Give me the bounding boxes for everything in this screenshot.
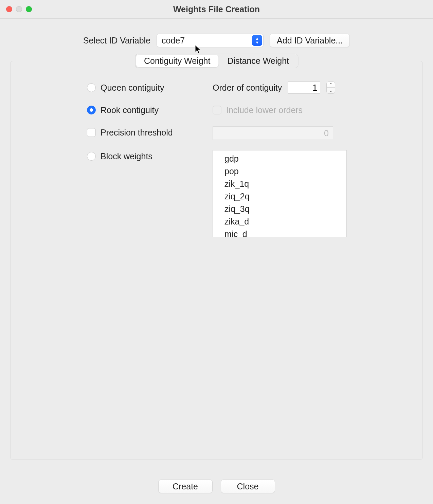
queen-label: Queen contiguity	[101, 83, 164, 93]
radio-selected-icon	[87, 106, 96, 114]
tab-distance[interactable]: Distance Weight	[219, 55, 297, 67]
id-variable-label: Select ID Variable	[83, 36, 150, 46]
close-window-icon[interactable]	[6, 6, 12, 12]
rook-contiguity-option[interactable]: Rook contiguity	[87, 104, 209, 116]
checkbox-icon	[213, 106, 221, 114]
queen-contiguity-option[interactable]: Queen contiguity	[87, 82, 209, 94]
block-weights-option[interactable]: Block weights	[87, 150, 209, 162]
list-item[interactable]: ziq_3q	[213, 203, 346, 215]
order-of-contiguity-row: Order of contiguity ⌃ ⌄	[213, 82, 402, 94]
precision-label: Precision threshold	[101, 128, 173, 138]
weight-type-tabs: Contiguity Weight Distance Weight	[135, 54, 298, 68]
zoom-window-icon[interactable]	[26, 6, 32, 12]
chevron-up-icon: ⌃	[327, 82, 335, 88]
window-title: Weights File Creation	[0, 4, 433, 14]
block-variables-listbox[interactable]: gdp pop zik_1q ziq_2q ziq_3q zika_d mic_…	[213, 150, 347, 237]
id-variable-value: code7	[162, 36, 185, 46]
dialog-buttons: Create Close	[0, 480, 433, 493]
precision-input	[213, 126, 333, 140]
list-item[interactable]: ziq_2q	[213, 190, 346, 203]
order-label: Order of contiguity	[213, 83, 282, 93]
close-button[interactable]: Close	[221, 480, 275, 493]
contiguity-form: Queen contiguity Order of contiguity ⌃ ⌄…	[87, 82, 402, 237]
chevron-down-icon: ⌄	[327, 88, 335, 93]
list-item[interactable]: gdp	[213, 152, 346, 165]
order-stepper[interactable]: ⌃ ⌄	[326, 82, 335, 94]
window-controls	[6, 6, 32, 12]
include-lower-orders-option: Include lower orders	[213, 104, 402, 116]
precision-threshold-field	[213, 126, 402, 140]
include-lower-orders-label: Include lower orders	[226, 105, 303, 115]
block-weights-label: Block weights	[101, 151, 152, 161]
tab-contiguity[interactable]: Contiguity Weight	[136, 55, 218, 67]
checkbox-icon	[87, 128, 96, 137]
weights-panel: Contiguity Weight Distance Weight Queen …	[10, 61, 423, 460]
order-input[interactable]	[288, 82, 320, 94]
add-id-variable-button[interactable]: Add ID Variable...	[270, 34, 350, 47]
precision-threshold-option[interactable]: Precision threshold	[87, 126, 209, 139]
list-item[interactable]: zik_1q	[213, 178, 346, 190]
minimize-window-icon	[16, 6, 22, 12]
titlebar: Weights File Creation	[0, 0, 433, 19]
create-button[interactable]: Create	[158, 480, 213, 493]
rook-label: Rook contiguity	[101, 105, 159, 115]
list-item[interactable]: zika_d	[213, 215, 346, 228]
radio-icon	[87, 152, 96, 161]
dropdown-arrows-icon: ▲▼	[252, 35, 262, 46]
list-item[interactable]: pop	[213, 165, 346, 178]
radio-icon	[87, 83, 96, 92]
list-item[interactable]: mic_d	[213, 228, 346, 237]
id-variable-select[interactable]: code7 ▲▼	[157, 34, 264, 47]
